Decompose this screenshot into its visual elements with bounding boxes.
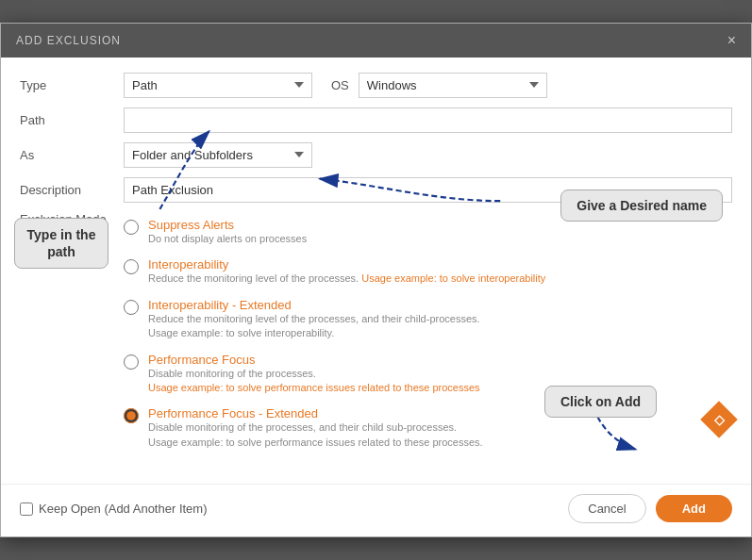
path-input[interactable]	[124, 107, 732, 133]
mode-interop-ext-row: Interoperability - Extended Reduce the m…	[124, 296, 732, 343]
mode-interop-title: Interoperability	[148, 257, 545, 272]
mode-interop-ext-radio[interactable]	[124, 300, 139, 315]
add-exclusion-dialog: ADD EXCLUSION × Type in the path Give a …	[0, 23, 752, 537]
dialog-body: Type in the path Give a Desired name Cli…	[1, 58, 751, 484]
mode-suppress-desc: Do not display alerts on processes	[148, 232, 307, 246]
mode-interop-radio[interactable]	[124, 259, 139, 274]
mode-perf-desc: Disable monitoring of the processes.Usag…	[148, 367, 480, 396]
as-select[interactable]: Folder and Subfolders Folder Only File	[124, 142, 312, 168]
mode-interop-desc: Reduce the monitoring level of the proce…	[148, 272, 545, 286]
as-row: As Folder and Subfolders Folder Only Fil…	[20, 142, 732, 168]
info-icon[interactable]: ◇	[700, 401, 738, 438]
mode-perf-ext-desc: Disable monitoring of the processes, and…	[148, 420, 696, 450]
type-os-row: Type Path File Process OS Windows Linux …	[20, 73, 732, 98]
exclusion-mode-options: Suppress Alerts Do not display alerts on…	[124, 216, 732, 459]
type-section: Type Path File Process	[20, 73, 331, 98]
mode-perf-radio[interactable]	[124, 354, 139, 370]
dialog-title: ADD EXCLUSION	[16, 34, 121, 47]
type-label: Type	[20, 78, 124, 92]
mode-interop-ext-title: Interoperability - Extended	[148, 298, 480, 312]
cancel-button[interactable]: Cancel	[568, 494, 645, 523]
mode-perf-ext-radio[interactable]	[124, 408, 139, 423]
dialog-header: ADD EXCLUSION ×	[1, 24, 751, 58]
keep-open-label: Keep Open (Add Another Item)	[39, 502, 208, 516]
description-label: Description	[20, 183, 124, 197]
exclusion-mode-row: Exclusion Mode Suppress Alerts Do not di…	[20, 212, 732, 459]
add-button[interactable]: Add	[656, 495, 732, 522]
mode-interop-ext-desc: Reduce the monitoring level of the proce…	[148, 312, 480, 341]
keep-open-section: Keep Open (Add Another Item)	[20, 502, 208, 516]
os-select[interactable]: Windows Linux macOS	[359, 73, 547, 98]
path-row: Path	[20, 107, 732, 133]
type-select[interactable]: Path File Process	[124, 73, 312, 98]
annotation-type-in-path: Type in the path	[14, 218, 109, 269]
os-section: OS Windows Linux macOS	[331, 73, 547, 98]
annotation-click-add: Click on Add	[544, 386, 657, 418]
mode-suppress-title: Suppress Alerts	[148, 218, 307, 232]
footer-buttons: Cancel Add	[568, 494, 732, 523]
keep-open-checkbox[interactable]	[20, 502, 33, 516]
annotation-give-name: Give a Desired name	[560, 189, 723, 222]
mode-suppress-radio[interactable]	[124, 220, 139, 235]
dialog-footer: Keep Open (Add Another Item) Cancel Add	[1, 484, 751, 536]
close-button[interactable]: ×	[727, 33, 736, 48]
os-label: OS	[331, 78, 349, 92]
as-label: As	[20, 148, 124, 162]
mode-interop-row: Interoperability Reduce the monitoring l…	[124, 255, 732, 288]
mode-perf-title: Performance Focus	[148, 353, 480, 367]
path-label: Path	[20, 113, 124, 127]
